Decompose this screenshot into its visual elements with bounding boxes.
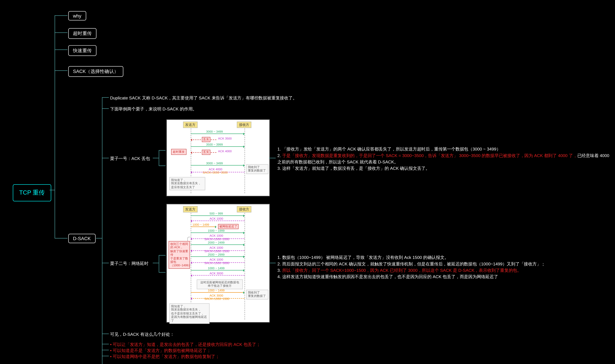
fig2-sender-hdr: 发送方: [183, 206, 197, 212]
edge: [102, 97, 102, 364]
fig1-sender-hdr: 发送方: [183, 122, 197, 128]
edge: [159, 255, 159, 272]
edge: [96, 238, 102, 238]
edge: [269, 263, 276, 263]
edge: [54, 15, 55, 238]
edge: [159, 272, 166, 273]
node-dsack: D-SACK: [68, 234, 95, 243]
edge: [153, 158, 159, 158]
case1-explain: 1. 「接收方」发给「发送方」的两个 ACK 确认应答都丢失了，所以发送方超时后…: [277, 146, 610, 171]
edge: [102, 356, 109, 356]
fig1-retry-tag: 超时重发: [171, 149, 186, 155]
fig2-receiver-hdr: 接收方: [237, 206, 251, 212]
edge: [153, 263, 159, 263]
edge: [102, 344, 109, 344]
edge: [159, 150, 159, 166]
edge: [54, 50, 67, 50]
node-why: why: [68, 11, 86, 20]
benefit-3: • 可以知道网络中是不是把「发送方」的数据包给复制了；: [110, 353, 220, 360]
fig2-right-note: 我收到了 重复的数据了: [246, 290, 268, 299]
edge: [54, 32, 67, 33]
node-timeout: 超时重传: [68, 28, 97, 39]
edge: [159, 166, 166, 166]
benefit-2: • 可以知道是不是「发送方」的数据包被网络延迟了；: [110, 347, 211, 354]
case2-explain: 1. 数据包（1000~1499） 被网络延迟了，导致「发送方」没有收到 Ack…: [277, 254, 610, 280]
edge: [50, 190, 55, 190]
benefits-header: 可见，D-SACK 有这么几个好处：: [110, 331, 174, 337]
node-case1: 栗子一号：ACK 丢包: [110, 155, 150, 162]
root-node: TCP 重传: [13, 184, 51, 201]
fig1-left-note: 我知道了， 我发送数据没有丢失， 是应答报文丢失了: [170, 177, 205, 190]
node-fast: 快速重传: [68, 45, 97, 56]
edge: [102, 158, 109, 158]
figure-ack-loss: 发送方 接收方 3000 ~ 3499 丢失ACK 3500 3500 ~ 39…: [166, 119, 270, 196]
edge: [102, 350, 109, 350]
edge: [102, 263, 109, 263]
edge: [102, 108, 109, 109]
benefit-1: • 可以让「发送方」知道，是发出去的包丢了，还是接收方回应的 ACK 包丢了；: [110, 341, 261, 348]
figure-net-delay: 发送方 接收方 500 ~ 999 ACK 1000 1000 ~ 1499被网…: [166, 204, 270, 322]
dsack-intro-1: Duplicate SACK 又称 D-SACK，其主要使用了 SACK 来告诉…: [110, 95, 297, 101]
fig1-right-note: 我收到了 重复的数据了: [246, 164, 268, 174]
edge: [269, 158, 276, 158]
edge: [54, 238, 67, 238]
fig1-receiver-hdr: 接收方: [237, 122, 251, 128]
edge: [102, 334, 109, 334]
node-sack: SACK（选择性确认）: [68, 66, 123, 77]
node-case2: 栗子二号：网络延时: [110, 260, 148, 267]
fig2-left-note: 我知道了， 我发送数据没有丢失， 也不是应答报文丢失了， 是因为有数据包被网络延…: [170, 303, 209, 324]
edge: [159, 150, 166, 151]
edge: [102, 97, 109, 98]
edge: [54, 15, 67, 16]
fig2-brace-note: 收到三个相同的 ACK， 触发了快速重传 于是重发了数据包 （1000~1499…: [169, 241, 190, 269]
dsack-intro-2: 下面举例两个栗子，来说明 D-SACK 的作用。: [110, 106, 197, 112]
edge: [159, 255, 166, 255]
edge: [54, 70, 67, 71]
